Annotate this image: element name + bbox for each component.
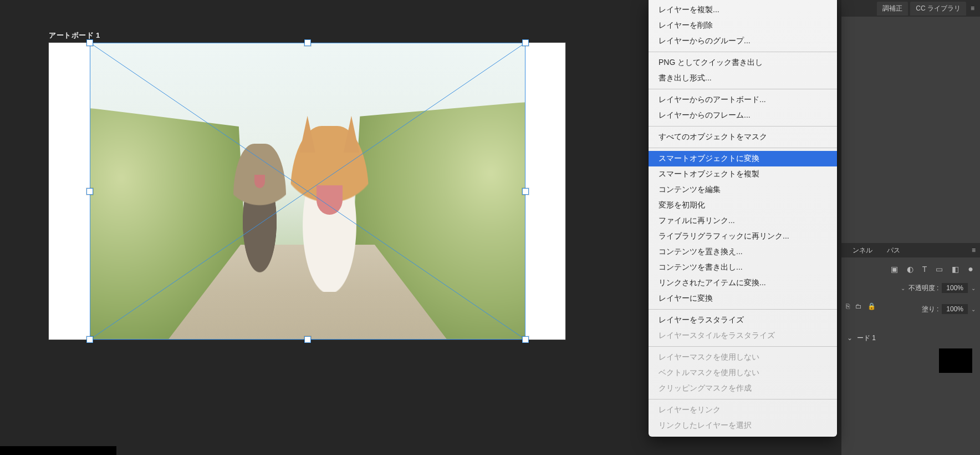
image-dog-left <box>233 144 285 274</box>
artboard-label: アートボード 1 <box>49 31 100 41</box>
context-menu-item[interactable]: コンテンツを書き出し... <box>649 260 837 275</box>
context-menu-item[interactable]: レイヤーからのフレーム... <box>649 108 837 123</box>
artboard[interactable] <box>49 43 565 340</box>
chevron-down-icon[interactable]: ⌄ <box>847 334 853 342</box>
context-menu-separator <box>649 309 837 310</box>
layer-context-menu[interactable]: レイヤーを複製...レイヤーを削除レイヤーからのグループ...PNG としてクイ… <box>649 0 837 437</box>
filter-shape-icon[interactable]: ▭ <box>936 265 943 274</box>
context-menu-item[interactable]: 変形を初期化 <box>649 198 837 213</box>
context-menu-item[interactable]: レイヤーをラスタライズ <box>649 312 837 328</box>
layer-filter-icons: ▣ ◐ T ▭ ◧ ● <box>841 261 980 277</box>
opacity-control: ⌄ 不透明度 : 100% ⌄ <box>901 283 976 293</box>
tab-paths[interactable]: パス <box>882 244 905 257</box>
fill-value[interactable]: 100% <box>942 304 968 314</box>
context-menu-item[interactable]: 書き出し形式... <box>649 70 837 86</box>
filter-type-icon[interactable]: T <box>922 265 927 274</box>
context-menu-item[interactable]: レイヤーを複製... <box>649 2 837 18</box>
context-menu-item: ベクトルマスクを使用しない <box>649 365 837 381</box>
context-menu-item[interactable]: PNG としてクイック書き出し <box>649 55 837 70</box>
top-panel-tabs: 調補正 CC ライブラリ ≡ <box>841 0 980 17</box>
layer-lock-icons: ⎘ 🗀 🔒 <box>846 302 876 310</box>
chevron-down-icon[interactable]: ⌄ <box>901 285 905 291</box>
context-menu-separator <box>649 89 837 89</box>
folder-icon[interactable]: 🗀 <box>855 302 862 310</box>
context-menu-item: レイヤースタイルをラスタライズ <box>649 328 837 343</box>
filter-smart-icon[interactable]: ◧ <box>952 265 959 274</box>
context-menu-item: レイヤーをリンク <box>649 402 837 418</box>
tab-adjustments[interactable]: 調補正 <box>877 2 908 16</box>
fill-control: 塗り : 100% ⌄ <box>922 304 976 314</box>
opacity-label: 不透明度 : <box>908 284 939 293</box>
filter-toggle-icon[interactable]: ● <box>968 264 973 274</box>
context-menu-item[interactable]: リンクされたアイテムに変換... <box>649 275 837 291</box>
status-bar-fragment <box>0 446 116 455</box>
tab-channels[interactable]: ンネル <box>848 244 877 257</box>
context-menu-separator <box>649 126 837 127</box>
context-menu-item: リンクしたレイヤーを選択 <box>649 418 837 433</box>
context-menu-item[interactable]: すべてのオブジェクトをマスク <box>649 129 837 145</box>
context-menu-item: レイヤーマスクを使用しない <box>649 350 837 365</box>
chevron-down-icon[interactable]: ⌄ <box>971 306 976 312</box>
context-menu-separator <box>649 52 837 52</box>
context-menu-item[interactable]: レイヤーからのグループ... <box>649 33 837 49</box>
tab-cc-libraries[interactable]: CC ライブラリ <box>910 2 966 16</box>
context-menu-item[interactable]: コンテンツを編集 <box>649 182 837 198</box>
context-menu-item[interactable]: ライブラリグラフィックに再リンク... <box>649 229 837 244</box>
context-menu-item[interactable]: コンテンツを置き換え... <box>649 244 837 260</box>
opacity-value[interactable]: 100% <box>942 283 968 293</box>
context-menu-item[interactable]: スマートオブジェクトに変換 <box>649 151 837 166</box>
right-panel-stack: 調補正 CC ライブラリ ≡ ンネル パス ≡ ▣ ◐ T ▭ ◧ ● ⌄ 不透… <box>841 0 980 455</box>
fill-label: 塗り : <box>922 305 939 314</box>
context-menu-separator <box>649 148 837 148</box>
context-menu-item[interactable]: スマートオブジェクトを複製 <box>649 166 837 182</box>
panel-menu-icon[interactable]: ≡ <box>968 4 977 12</box>
context-menu-item[interactable]: レイヤーに変換 <box>649 291 837 306</box>
layers-artboard-row[interactable]: ⌄ ード 1 <box>841 331 980 345</box>
chevron-down-icon[interactable]: ⌄ <box>971 285 976 291</box>
context-menu-item: クリッピングマスクを作成 <box>649 381 837 396</box>
artboard-row-label: ード 1 <box>857 333 876 343</box>
layer-thumbnail[interactable] <box>939 348 972 373</box>
context-menu-separator <box>649 346 837 347</box>
link-icon[interactable]: ⎘ <box>846 302 850 310</box>
layers-panel-tabs: ンネル パス ≡ <box>841 243 980 257</box>
image-dog-right-tongue <box>317 185 343 215</box>
context-menu-item[interactable]: レイヤーを削除 <box>649 18 837 33</box>
filter-image-icon[interactable]: ▣ <box>891 265 898 274</box>
context-menu-item[interactable]: レイヤーからのアートボード... <box>649 92 837 108</box>
placed-image[interactable] <box>90 43 525 340</box>
panel-menu-icon[interactable]: ≡ <box>972 246 980 254</box>
lock-icon[interactable]: 🔒 <box>867 302 876 310</box>
filter-adjust-icon[interactable]: ◐ <box>907 265 913 274</box>
context-menu-item[interactable]: ファイルに再リンク... <box>649 213 837 229</box>
context-menu-separator <box>649 399 837 400</box>
